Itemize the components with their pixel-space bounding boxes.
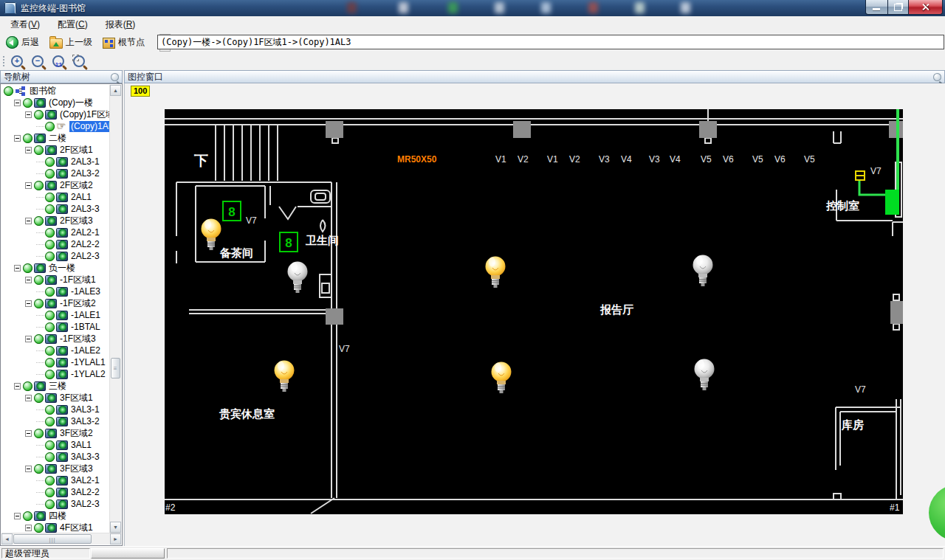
- tree-expander-icon[interactable]: [25, 147, 32, 153]
- close-button[interactable]: [909, 0, 943, 15]
- tree-item[interactable]: 2AL1: [1, 191, 110, 203]
- minimize-button[interactable]: [865, 0, 888, 15]
- zoom-actual-size-button[interactable]: 1:1: [49, 54, 67, 69]
- tree-expander-icon[interactable]: [25, 525, 32, 531]
- green-circle-button[interactable]: [929, 485, 945, 541]
- scroll-up-button[interactable]: ▲: [110, 85, 121, 96]
- tree-item[interactable]: -1ALE2: [1, 345, 110, 356]
- tree-vertical-scrollbar[interactable]: ▲ ≡ ▼: [109, 85, 121, 533]
- tree-item[interactable]: 2F区域1: [1, 144, 110, 156]
- map-annotation: MR50X50: [397, 154, 437, 165]
- tree-item[interactable]: 图书馆: [1, 85, 110, 97]
- map-node-icon: [56, 346, 68, 356]
- map-node-icon: [45, 464, 57, 474]
- tree-expander-icon[interactable]: [25, 466, 32, 472]
- back-button[interactable]: 后退: [1, 34, 44, 51]
- tree-item[interactable]: 3AL3-3: [1, 451, 110, 463]
- tree-item[interactable]: 2AL3-3: [1, 203, 110, 215]
- device-label: V7: [855, 384, 866, 395]
- tree-item[interactable]: ☞(Copy)1AL3: [1, 120, 110, 132]
- toolbar-grip[interactable]: [1, 55, 5, 68]
- tree-item[interactable]: 3AL3-1: [1, 404, 110, 415]
- zoom-region-button[interactable]: [70, 54, 88, 69]
- tree-item[interactable]: (Copy)1F区域1: [1, 108, 110, 120]
- sensor-icon[interactable]: [280, 232, 298, 252]
- tree-expander-icon[interactable]: [14, 383, 21, 390]
- tree-expander-icon[interactable]: [14, 135, 21, 142]
- tree-item[interactable]: -1F区域1: [1, 274, 110, 286]
- tree-expander-icon[interactable]: [25, 218, 32, 224]
- tree-item-label: 3F区域3: [58, 463, 94, 474]
- tree-expander-icon[interactable]: [14, 265, 21, 272]
- map-node-icon: [34, 134, 46, 143]
- tree-expander-icon[interactable]: [14, 513, 21, 519]
- tree-item[interactable]: (Copy)一楼: [1, 97, 110, 108]
- tree-item[interactable]: 4F区域1: [1, 522, 110, 533]
- root-node-button[interactable]: 根节点: [98, 34, 149, 51]
- tree-connector: [36, 256, 44, 257]
- tree-item[interactable]: -1F区域2: [1, 297, 110, 309]
- menu-item[interactable]: 配置(C): [50, 16, 95, 33]
- tree-item[interactable]: -1YLAL1: [1, 356, 110, 368]
- tree-item[interactable]: 3F区域3: [1, 463, 110, 474]
- path-input[interactable]: [157, 35, 944, 49]
- tree-item[interactable]: -1ALE1: [1, 309, 110, 321]
- tree-item-label: -1ALE3: [69, 286, 102, 297]
- horizontal-scroll-thumb[interactable]: |||: [13, 534, 92, 544]
- menu-item[interactable]: 报表(R): [98, 16, 143, 33]
- scroll-down-button[interactable]: ▼: [110, 522, 121, 533]
- tree-item[interactable]: 2F区域3: [1, 215, 110, 227]
- menu-item[interactable]: 查看(V): [3, 16, 47, 33]
- device-label: V7: [339, 344, 350, 354]
- tree-connector: [36, 291, 44, 292]
- scroll-left-button[interactable]: ◄: [1, 533, 13, 545]
- tree-connector: [36, 209, 44, 210]
- tree-item[interactable]: 二楼: [1, 132, 110, 144]
- node-status-icon: [34, 181, 44, 190]
- tree-horizontal-scrollbar[interactable]: ◄ ||| ►: [1, 533, 121, 545]
- tree-item[interactable]: 2AL3-1: [1, 156, 110, 167]
- tree-item-label: 2AL1: [69, 192, 93, 203]
- tree-item[interactable]: -1F区域3: [1, 333, 110, 345]
- zoom-out-button[interactable]: −: [29, 54, 47, 69]
- map-node-icon: [45, 181, 57, 190]
- sensor-icon[interactable]: [223, 201, 241, 221]
- tree-item[interactable]: 3AL2-3: [1, 498, 110, 510]
- map-canvas[interactable]: 100: [124, 83, 945, 546]
- restore-button[interactable]: [888, 0, 909, 15]
- zoom-in-button[interactable]: +: [8, 54, 26, 69]
- device-label: V3: [599, 154, 610, 165]
- vertical-scroll-thumb[interactable]: ≡: [111, 358, 120, 378]
- tree-item[interactable]: -1YLAL2: [1, 368, 110, 380]
- tree-item[interactable]: 3AL2-1: [1, 474, 110, 486]
- tree-connector: [36, 327, 44, 328]
- pin-icon[interactable]: [933, 73, 941, 81]
- tree-item[interactable]: 2AL2-1: [1, 227, 110, 238]
- tree-item[interactable]: 2F区域2: [1, 179, 110, 191]
- tree-item[interactable]: 3AL2-2: [1, 486, 110, 498]
- tree-expander-icon[interactable]: [25, 277, 32, 283]
- tree-item[interactable]: 负一楼: [1, 262, 110, 274]
- tree-item[interactable]: 2AL3-2: [1, 167, 110, 179]
- tree-expander-icon[interactable]: [25, 395, 32, 401]
- tree-expander-icon[interactable]: [25, 111, 32, 118]
- tree-expander-icon[interactable]: [25, 336, 32, 342]
- tree-item[interactable]: -1BTAL: [1, 321, 110, 333]
- tree-item[interactable]: 3AL1: [1, 439, 110, 451]
- tree-item[interactable]: 2AL2-2: [1, 238, 110, 250]
- pin-icon[interactable]: [111, 73, 119, 81]
- tree-expander-icon[interactable]: [25, 300, 32, 307]
- tree-item[interactable]: 3F区域2: [1, 427, 110, 439]
- tree-item[interactable]: 四楼: [1, 510, 110, 522]
- up-level-button[interactable]: 上一级: [45, 34, 97, 51]
- tree-expander-icon[interactable]: [25, 182, 32, 189]
- tree-item[interactable]: 3AL3-2: [1, 415, 110, 427]
- tree-item-label: 3F区域1: [58, 393, 94, 404]
- tree-item[interactable]: 三楼: [1, 380, 110, 392]
- scroll-right-button[interactable]: ►: [110, 533, 121, 545]
- tree-expander-icon[interactable]: [14, 100, 21, 106]
- tree-item[interactable]: -1ALE3: [1, 286, 110, 297]
- tree-item[interactable]: 3F区域1: [1, 392, 110, 404]
- tree-expander-icon[interactable]: [25, 430, 32, 437]
- tree-item[interactable]: 2AL2-3: [1, 250, 110, 262]
